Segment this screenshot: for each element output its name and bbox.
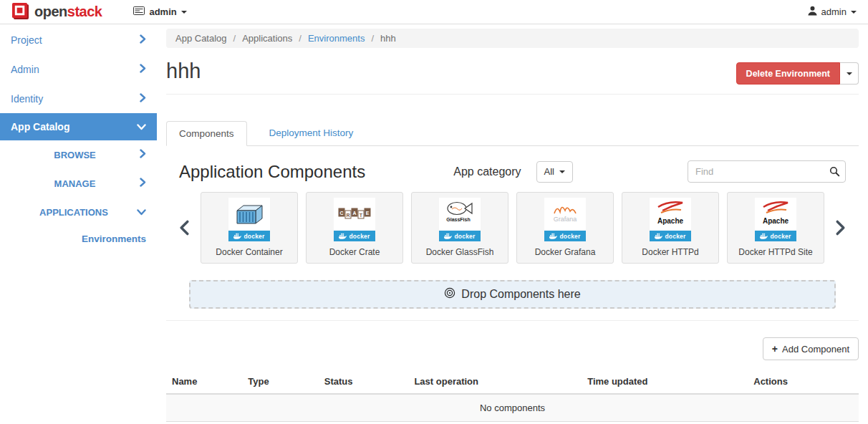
sidebar-item-admin[interactable]: Admin	[0, 54, 157, 84]
column-header: Actions	[748, 370, 859, 394]
svg-text:Apache: Apache	[657, 217, 684, 225]
docker-banner-label: docker	[243, 233, 264, 240]
target-icon	[444, 287, 455, 302]
column-header: Time updated	[582, 370, 748, 394]
component-logo: CRATE docker	[334, 198, 375, 241]
find-input[interactable]	[688, 160, 846, 183]
component-tile[interactable]: Apache docker Docker HTTPd Site	[727, 192, 824, 264]
column-header: Status	[319, 370, 409, 394]
breadcrumb-separator: /	[371, 33, 374, 44]
drop-components-zone[interactable]: Drop Components here	[189, 280, 836, 309]
delete-environment-dropdown-toggle[interactable]	[840, 62, 859, 85]
component-logo: docker	[228, 198, 270, 241]
column-header: Name	[166, 370, 242, 394]
top-navbar: openstack admin admin	[0, 0, 868, 24]
chevron-down-icon	[137, 121, 146, 132]
application-components-heading: Application Components	[179, 162, 365, 182]
chevron-down-icon	[847, 72, 852, 75]
chevron-down-icon	[137, 207, 146, 218]
sidebar-item-project[interactable]: Project	[0, 25, 157, 54]
tab-components[interactable]: Components	[166, 121, 247, 146]
docker-banner-label: docker	[770, 233, 791, 240]
sidebar-item-identity[interactable]: Identity	[0, 84, 157, 113]
svg-text:Grafana: Grafana	[554, 216, 577, 223]
sidebar-item-label: APPLICATIONS	[11, 207, 137, 218]
add-component-button[interactable]: + Add Component	[763, 337, 859, 360]
docker-banner: docker	[544, 231, 586, 241]
app-category-dropdown[interactable]: All	[536, 161, 573, 183]
delete-environment-button[interactable]: Delete Environment	[736, 62, 840, 85]
component-logo: Grafana docker	[544, 198, 586, 241]
component-logo-art: Apache	[650, 198, 691, 231]
sidebar-item-manage[interactable]: MANAGE	[0, 169, 157, 198]
page-title: hhh	[166, 60, 201, 83]
chevron-right-icon	[139, 34, 146, 46]
brand-text: openstack	[34, 4, 102, 20]
breadcrumb-environments-link[interactable]: Environments	[308, 33, 365, 44]
tiles-row: docker Docker Container CRATE doc	[201, 192, 824, 264]
breadcrumb-current: hhh	[380, 33, 396, 44]
component-tile[interactable]: CRATE docker Docker Crate	[306, 192, 403, 264]
sidebar-item-applications[interactable]: APPLICATIONS	[0, 198, 157, 226]
sidebar-item-label: Project	[11, 34, 42, 46]
docker-banner-label: docker	[665, 233, 685, 240]
tab-deployment-history[interactable]: Deployment History	[257, 121, 366, 145]
component-logo-art: CRATE	[334, 198, 375, 231]
section-divider	[166, 320, 859, 321]
docker-whale-icon	[655, 231, 662, 241]
docker-banner: docker	[334, 231, 375, 241]
sidebar-item-label: App Catalog	[11, 121, 69, 132]
breadcrumb-separator: /	[233, 33, 236, 44]
docker-banner: docker	[439, 231, 481, 241]
user-label: admin	[821, 6, 847, 17]
docker-banner-label: docker	[559, 233, 580, 240]
svg-text:R: R	[346, 213, 349, 218]
chevron-down-icon	[851, 11, 857, 14]
breadcrumb-applications: Applications	[242, 33, 292, 44]
breadcrumb: App Catalog / Applications / Environment…	[166, 29, 859, 48]
docker-whale-icon	[339, 231, 347, 241]
app-category-label: App category	[453, 165, 521, 178]
chevron-right-icon	[139, 93, 146, 105]
component-tile[interactable]: Apache docker Docker HTTPd	[622, 192, 719, 264]
chevron-down-icon	[181, 11, 187, 14]
plus-icon: +	[772, 343, 778, 355]
svg-text:Apache: Apache	[763, 217, 789, 225]
component-tile-label: Docker Container	[201, 247, 297, 257]
context-label: admin	[149, 6, 176, 17]
component-tile[interactable]: GlassFish docker Docker GlassFish	[411, 192, 508, 264]
docker-banner-label: docker	[349, 233, 370, 240]
sidebar-item-browse[interactable]: BROWSE	[0, 140, 157, 169]
table-empty-row: No components	[166, 394, 859, 422]
openstack-logo[interactable]: openstack	[11, 2, 102, 22]
project-context-switcher[interactable]: admin	[133, 6, 186, 17]
svg-text:T: T	[360, 213, 363, 218]
sidebar-nav: Project Admin Identity App Catalog BROWS…	[0, 25, 157, 424]
component-tile[interactable]: Grafana docker Docker Grafana	[516, 192, 614, 264]
docker-whale-icon	[233, 231, 241, 241]
dropzone-label: Drop Components here	[461, 288, 580, 301]
user-menu[interactable]: admin	[808, 6, 857, 18]
carousel-next-button[interactable]	[824, 220, 846, 236]
sidebar-item-label: Admin	[11, 64, 39, 75]
docker-whale-icon	[549, 231, 557, 241]
svg-text:C: C	[339, 211, 343, 216]
search-icon[interactable]	[829, 166, 840, 179]
component-tile[interactable]: docker Docker Container	[201, 192, 298, 264]
breadcrumb-app-catalog: App Catalog	[175, 33, 227, 44]
app-category-value: All	[544, 166, 554, 177]
docker-whale-icon	[760, 231, 768, 241]
sidebar-item-app-catalog[interactable]: App Catalog	[0, 113, 157, 140]
chevron-right-icon	[139, 149, 146, 160]
carousel-prev-button[interactable]	[179, 220, 201, 236]
component-logo-art: GlassFish	[439, 198, 481, 231]
svg-text:GlassFish: GlassFish	[446, 217, 470, 222]
breadcrumb-separator: /	[299, 33, 302, 44]
svg-text:A: A	[352, 211, 356, 216]
sidebar-item-environments[interactable]: Environments	[0, 226, 157, 251]
docker-banner: docker	[650, 231, 691, 241]
component-logo-art	[228, 198, 270, 231]
components-panel: Application Components App category All	[166, 160, 859, 309]
tab-bar: Components Deployment History	[166, 121, 859, 146]
sidebar-item-label: MANAGE	[11, 178, 139, 189]
